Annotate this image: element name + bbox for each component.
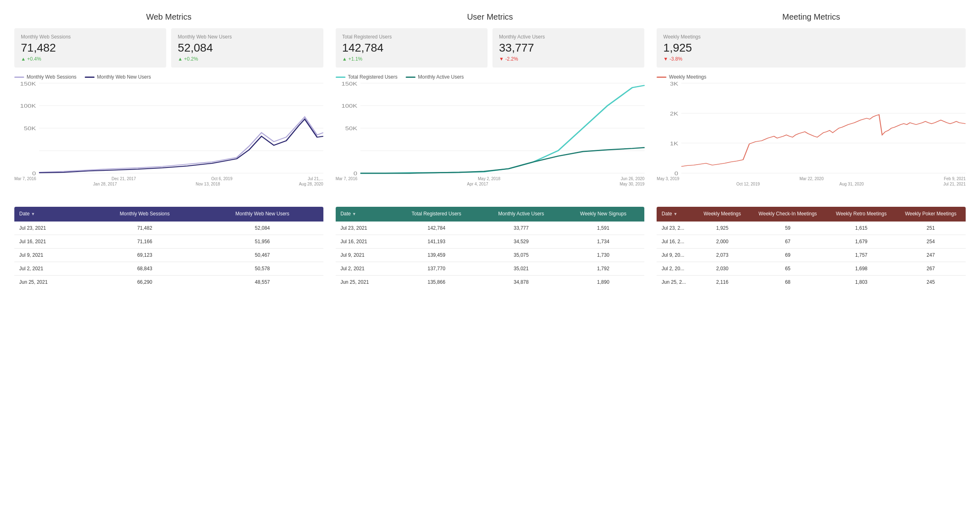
web-table-row: Jul 2, 2021 68,843 50,578 bbox=[14, 262, 323, 275]
web-table-row: Jun 25, 2021 66,290 48,557 bbox=[14, 275, 323, 289]
web-new-users-label: Monthly Web New Users bbox=[178, 34, 316, 40]
weekly-meetings-change: -3.8% bbox=[663, 56, 959, 62]
monthly-active-kpi: Monthly Active Users 33,777 -2.2% bbox=[492, 28, 644, 68]
meeting-chart-legend: Weekly Meetings bbox=[657, 74, 966, 80]
web-row2-new-users: 51,956 bbox=[201, 235, 323, 248]
user-table-row: Jun 25, 2021 135,866 34,878 1,890 bbox=[336, 275, 645, 289]
meeting-kpi-row: Weekly Meetings 1,925 -3.8% bbox=[657, 28, 966, 68]
web-sessions-change: +0.4% bbox=[21, 56, 160, 62]
web-legend-sessions-label: Monthly Web Sessions bbox=[27, 74, 77, 80]
user-row5-registered: 135,866 bbox=[393, 275, 480, 289]
meeting-col-date[interactable]: Date ▼ bbox=[657, 207, 696, 222]
web-row1-date: Jul 23, 2021 bbox=[14, 222, 88, 235]
user-row4-signups: 1,792 bbox=[562, 262, 644, 275]
user-legend-active-label: Monthly Active Users bbox=[418, 74, 464, 80]
user-kpi-row: Total Registered Users 142,784 +1.1% Mon… bbox=[336, 28, 645, 68]
meeting-col-weekly: Weekly Meetings bbox=[696, 207, 749, 222]
meeting-row2-checkin: 67 bbox=[749, 235, 827, 248]
user-legend-registered-label: Total Registered Users bbox=[348, 74, 397, 80]
web-legend-new-users-line bbox=[85, 77, 95, 78]
total-registered-label: Total Registered Users bbox=[342, 34, 481, 40]
meeting-table-row: Jul 23, 2... 1,925 59 1,615 251 bbox=[657, 222, 966, 235]
meeting-row1-retro: 1,615 bbox=[827, 222, 896, 235]
meeting-col-checkin: Weekly Check-In Meetings bbox=[749, 207, 827, 222]
meeting-table: Date ▼ Weekly Meetings Weekly Check-In M… bbox=[657, 207, 966, 289]
user-row3-signups: 1,730 bbox=[562, 248, 644, 262]
web-x-label2-3: Nov 13, 2018 bbox=[196, 182, 220, 186]
meeting-col-retro: Weekly Retro Meetings bbox=[827, 207, 896, 222]
web-row5-date: Jun 25, 2021 bbox=[14, 275, 88, 289]
web-chart: 150K 100K 50K 0 bbox=[14, 83, 323, 173]
meeting-row2-weekly: 2,000 bbox=[696, 235, 749, 248]
meeting-table-row: Jul 2, 20... 2,030 65 1,698 267 bbox=[657, 262, 966, 275]
svg-text:100K: 100K bbox=[341, 104, 357, 109]
web-new-users-change: +0.2% bbox=[178, 56, 316, 62]
meeting-chart-svg: 3K 2K 1K 0 bbox=[657, 83, 966, 173]
web-chart-svg: 150K 100K 50K 0 bbox=[14, 83, 323, 173]
user-col-date[interactable]: Date ▼ bbox=[336, 207, 393, 222]
user-table-row: Jul 9, 2021 139,459 35,075 1,730 bbox=[336, 248, 645, 262]
web-x-label2-4: Aug 28, 2020 bbox=[299, 182, 323, 186]
web-row3-sessions: 69,123 bbox=[88, 248, 201, 262]
meeting-row3-checkin: 69 bbox=[749, 248, 827, 262]
user-chart-legend: Total Registered Users Monthly Active Us… bbox=[336, 74, 645, 80]
monthly-active-label: Monthly Active Users bbox=[499, 34, 638, 40]
web-x-label2-2: Jan 28, 2017 bbox=[93, 182, 117, 186]
web-chart-legend: Monthly Web Sessions Monthly Web New Use… bbox=[14, 74, 323, 80]
web-table-section: Date ▼ Monthly Web Sessions Monthly Web … bbox=[8, 199, 330, 289]
user-row1-signups: 1,591 bbox=[562, 222, 644, 235]
meeting-row5-weekly: 2,116 bbox=[696, 275, 749, 289]
meeting-row3-date: Jul 9, 20... bbox=[657, 248, 696, 262]
web-col-sessions: Monthly Web Sessions bbox=[88, 207, 201, 222]
user-table-wrapper: Date ▼ Total Registered Users Monthly Ac… bbox=[336, 207, 645, 289]
meeting-row5-date: Jun 25, 2... bbox=[657, 275, 696, 289]
user-row2-signups: 1,734 bbox=[562, 235, 644, 248]
user-legend-active: Monthly Active Users bbox=[406, 74, 464, 80]
web-col-date[interactable]: Date ▼ bbox=[14, 207, 88, 222]
web-row4-sessions: 68,843 bbox=[88, 262, 201, 275]
user-row4-active: 35,021 bbox=[480, 262, 562, 275]
meeting-row2-date: Jul 16, 2... bbox=[657, 235, 696, 248]
svg-text:150K: 150K bbox=[20, 81, 36, 86]
web-legend-sessions: Monthly Web Sessions bbox=[14, 74, 77, 80]
monthly-active-value: 33,777 bbox=[499, 41, 638, 54]
web-legend-sessions-line bbox=[14, 77, 24, 78]
meeting-x-label2-2: Oct 12, 2019 bbox=[736, 182, 760, 186]
web-table-row: Jul 9, 2021 69,123 50,467 bbox=[14, 248, 323, 262]
web-sessions-kpi: Monthly Web Sessions 71,482 +0.4% bbox=[14, 28, 166, 68]
web-row3-new-users: 50,467 bbox=[201, 248, 323, 262]
web-table-row: Jul 16, 2021 71,166 51,956 bbox=[14, 235, 323, 248]
user-row2-active: 34,529 bbox=[480, 235, 562, 248]
meeting-metrics-title: Meeting Metrics bbox=[657, 12, 966, 22]
meeting-x-label2-4: Jul 21, 2021 bbox=[944, 182, 966, 186]
svg-text:0: 0 bbox=[353, 171, 357, 176]
web-metrics-section: Web Metrics Monthly Web Sessions 71,482 … bbox=[8, 8, 330, 190]
meeting-row2-retro: 1,679 bbox=[827, 235, 896, 248]
user-col-signups: Weekly New Signups bbox=[562, 207, 644, 222]
user-x-label2-3: May 30, 2019 bbox=[620, 182, 645, 186]
meeting-row5-poker: 245 bbox=[896, 275, 966, 289]
web-table-row: Jul 23, 2021 71,482 52,084 bbox=[14, 222, 323, 235]
meeting-table-section: Date ▼ Weekly Meetings Weekly Check-In M… bbox=[650, 199, 972, 289]
svg-text:50K: 50K bbox=[345, 126, 357, 131]
svg-text:0: 0 bbox=[32, 171, 36, 176]
user-row5-active: 34,878 bbox=[480, 275, 562, 289]
web-table-wrapper: Date ▼ Monthly Web Sessions Monthly Web … bbox=[14, 207, 323, 289]
user-x-label2-2: Apr 4, 2017 bbox=[467, 182, 488, 186]
user-table: Date ▼ Total Registered Users Monthly Ac… bbox=[336, 207, 645, 289]
web-row3-date: Jul 9, 2021 bbox=[14, 248, 88, 262]
user-row3-registered: 139,459 bbox=[393, 248, 480, 262]
meeting-row1-date: Jul 23, 2... bbox=[657, 222, 696, 235]
meeting-row5-retro: 1,803 bbox=[827, 275, 896, 289]
user-x-labels: Mar 7, 2016 May 2, 2018 Jun 26, 2020 bbox=[336, 176, 645, 181]
web-legend-new-users: Monthly Web New Users bbox=[85, 74, 151, 80]
meeting-col-poker: Weekly Poker Meetings bbox=[896, 207, 966, 222]
user-row5-date: Jun 25, 2021 bbox=[336, 275, 393, 289]
svg-text:150K: 150K bbox=[341, 81, 357, 86]
user-metrics-title: User Metrics bbox=[336, 12, 645, 22]
meeting-legend-label: Weekly Meetings bbox=[669, 74, 706, 80]
user-row1-registered: 142,784 bbox=[393, 222, 480, 235]
total-registered-kpi: Total Registered Users 142,784 +1.1% bbox=[336, 28, 488, 68]
meeting-x-labels-2: Oct 12, 2019 Aug 31, 2020 Jul 21, 2021 bbox=[657, 182, 966, 186]
meeting-row1-weekly: 1,925 bbox=[696, 222, 749, 235]
